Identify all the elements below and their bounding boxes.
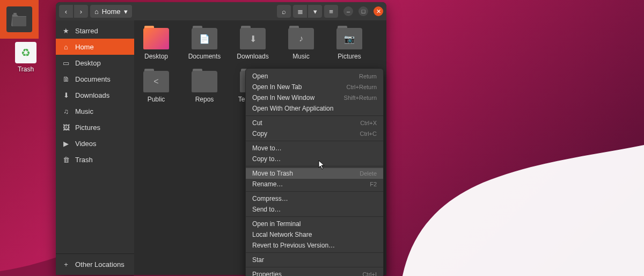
menu-item-send-to[interactable]: Send to…	[246, 204, 383, 215]
hamburger-button[interactable]: ≡	[324, 5, 338, 18]
folder-icon: <	[143, 71, 169, 92]
menu-item-shortcut: Delete	[360, 170, 377, 177]
menu-icon: ≡	[329, 8, 333, 16]
search-button[interactable]: ⌕	[277, 5, 291, 18]
chevron-left-icon: ‹	[65, 8, 67, 16]
sidebar-item-home[interactable]: ⌂Home	[56, 39, 134, 55]
menu-item-compress[interactable]: Compress…	[246, 193, 383, 204]
menu-item-label: Copy to…	[252, 155, 281, 163]
menu-separator	[246, 141, 383, 141]
sidebar-item-videos[interactable]: ▶Videos	[56, 135, 134, 151]
path-bar[interactable]: ⌂ Home ▾	[90, 5, 132, 18]
path-dropdown-icon: ▾	[124, 8, 128, 16]
menu-item-shortcut: F2	[370, 181, 377, 187]
dock-files-launcher[interactable]	[0, 0, 39, 39]
menu-item-move-to-trash[interactable]: Move to TrashDelete	[246, 168, 383, 179]
menu-item-open-in-new-window[interactable]: Open In New WindowShift+Return	[246, 92, 383, 103]
view-dropdown-button[interactable]: ▾	[308, 5, 322, 18]
close-icon: ✕	[376, 8, 381, 15]
videos-icon: ▶	[62, 140, 70, 148]
menu-item-label: Local Network Share	[252, 231, 312, 238]
minimize-button[interactable]: –	[343, 6, 353, 16]
sidebar-item-pictures[interactable]: 🖼Pictures	[56, 119, 134, 135]
plus-icon: +	[62, 260, 70, 268]
back-button[interactable]: ‹	[59, 5, 73, 18]
menu-item-open-with-other-application[interactable]: Open With Other Application	[246, 103, 383, 114]
folder-repos[interactable]: Repos	[188, 71, 221, 104]
menu-item-label: Open In New Tab	[252, 83, 302, 91]
view-list-button[interactable]: ≣	[293, 5, 307, 18]
folder-label: Pictures	[333, 53, 366, 60]
trash-icon: 🗑	[62, 156, 70, 164]
menu-item-label: Copy	[252, 130, 267, 137]
menu-item-copy[interactable]: CopyCtrl+C	[246, 128, 383, 139]
folder-icon	[143, 28, 169, 49]
sidebar-item-trash[interactable]: 🗑Trash	[56, 151, 134, 168]
folder-icon	[192, 71, 217, 92]
trash-icon: ♻	[15, 42, 36, 63]
maximize-button[interactable]: □	[358, 6, 368, 16]
menu-item-cut[interactable]: CutCtrl+X	[246, 118, 383, 128]
menu-item-label: Compress…	[252, 195, 288, 202]
folder-label: Downloads	[236, 53, 269, 60]
folder-label: Music	[284, 53, 318, 60]
folder-desktop[interactable]: Desktop	[140, 28, 173, 60]
folder-label: Public	[140, 96, 173, 103]
sidebar-item-label: Pictures	[75, 124, 100, 132]
pictures-icon: 🖼	[62, 124, 70, 132]
chevron-right-icon: ›	[80, 8, 82, 16]
menu-item-rename[interactable]: Rename…F2	[246, 179, 383, 190]
menu-item-open-in-new-tab[interactable]: Open In New TabCtrl+Return	[246, 82, 383, 92]
music-icon: ♫	[62, 107, 70, 115]
menu-item-open-in-terminal[interactable]: Open in Terminal	[246, 219, 383, 229]
desktop-trash[interactable]: ♻ Trash	[13, 42, 39, 73]
menu-item-label: Send to…	[252, 206, 281, 213]
menu-item-label: Properties	[252, 271, 282, 276]
folder-pictures[interactable]: 📷Pictures	[333, 28, 366, 60]
dropdown-icon: ▾	[313, 8, 317, 16]
sidebar-item-downloads[interactable]: ⬇Downloads	[56, 87, 134, 103]
star-icon: ★	[62, 27, 70, 35]
forward-button[interactable]: ›	[74, 5, 88, 18]
folder-downloads[interactable]: ⬇Downloads	[236, 28, 269, 60]
desktop-trash-label: Trash	[13, 66, 39, 73]
sidebar: ★Starred⌂Home▭Desktop🗎Documents⬇Download…	[56, 20, 134, 275]
files-icon	[6, 6, 32, 32]
path-label: Home	[102, 8, 121, 16]
sidebar-item-label: Videos	[75, 140, 97, 148]
menu-item-shortcut: Ctrl+I	[362, 271, 377, 276]
menu-separator	[246, 191, 383, 192]
menu-item-open[interactable]: OpenReturn	[246, 71, 383, 82]
sidebar-other-locations[interactable]: +Other Locations	[56, 253, 134, 275]
close-button[interactable]: ✕	[374, 6, 383, 16]
maximize-icon: □	[362, 8, 365, 14]
sidebar-item-music[interactable]: ♫Music	[56, 103, 134, 119]
sidebar-item-desktop[interactable]: ▭Desktop	[56, 55, 134, 71]
folder-music[interactable]: ♪Music	[284, 28, 318, 60]
folder-label: Documents	[188, 53, 221, 60]
menu-item-properties[interactable]: PropertiesCtrl+I	[246, 269, 383, 276]
folder-public[interactable]: <Public	[140, 71, 173, 104]
menu-item-local-network-share[interactable]: Local Network Share	[246, 229, 383, 240]
sidebar-item-star[interactable]: ★Starred	[56, 23, 134, 39]
folder-label: Repos	[188, 96, 221, 103]
sidebar-item-label: Downloads	[75, 91, 109, 99]
folder-documents[interactable]: 📄Documents	[188, 28, 221, 60]
menu-separator	[246, 166, 383, 166]
menu-item-star[interactable]: Star	[246, 255, 383, 265]
menu-item-move-to[interactable]: Move to…	[246, 143, 383, 154]
menu-item-label: Move to Trash	[252, 170, 293, 177]
home-icon: ⌂	[94, 8, 99, 16]
menu-item-revert-to-previous-version[interactable]: Revert to Previous Version…	[246, 240, 383, 251]
menu-item-label: Star	[252, 256, 264, 264]
menu-item-label: Rename…	[252, 180, 283, 188]
home-icon: ⌂	[62, 43, 70, 51]
menu-item-copy-to[interactable]: Copy to…	[246, 154, 383, 164]
sidebar-item-label: Trash	[75, 156, 93, 164]
folder-icon: 📷	[336, 28, 362, 49]
menu-item-label: Move to…	[252, 144, 282, 152]
search-icon: ⌕	[282, 8, 286, 16]
sidebar-item-documents[interactable]: 🗎Documents	[56, 71, 134, 87]
folder-label: Desktop	[140, 53, 173, 60]
menu-item-label: Revert to Previous Version…	[252, 242, 335, 249]
